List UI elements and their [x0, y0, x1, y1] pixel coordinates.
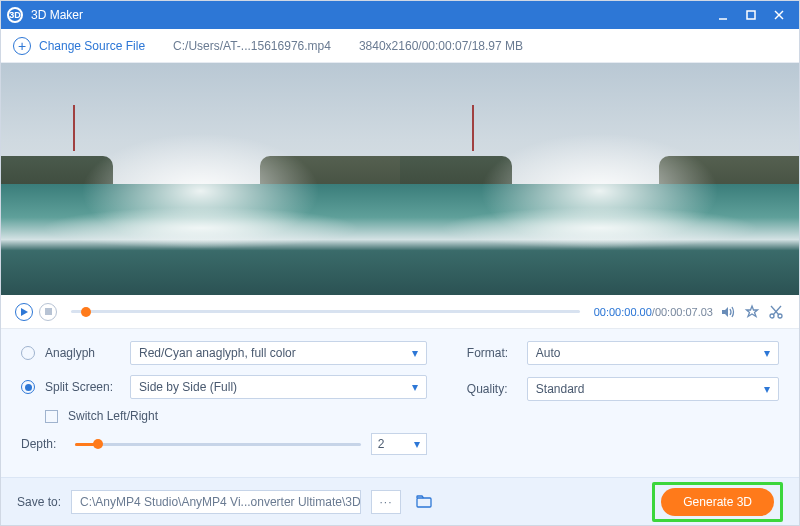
- svg-rect-11: [417, 498, 431, 507]
- anaglyph-value: Red/Cyan anaglyph, full color: [139, 346, 296, 360]
- anaglyph-radio[interactable]: [21, 346, 35, 360]
- depth-slider-knob[interactable]: [93, 439, 103, 449]
- open-folder-button[interactable]: [411, 490, 437, 514]
- timeline-slider[interactable]: [71, 310, 580, 313]
- browse-button[interactable]: ···: [371, 490, 401, 514]
- depth-value: 2: [378, 437, 385, 451]
- chevron-down-icon: ▾: [412, 380, 418, 394]
- timeline-knob[interactable]: [81, 307, 91, 317]
- cut-icon[interactable]: [767, 303, 785, 321]
- switch-lr-checkbox[interactable]: [45, 410, 58, 423]
- depth-value-select[interactable]: 2 ▾: [371, 433, 427, 455]
- minimize-button[interactable]: [709, 1, 737, 29]
- save-to-label: Save to:: [17, 495, 61, 509]
- play-button[interactable]: [15, 303, 33, 321]
- app-window: 3D 3D Maker + Change Source File C:/User…: [0, 0, 800, 526]
- quality-select[interactable]: Standard ▾: [527, 377, 779, 401]
- split-screen-select[interactable]: Side by Side (Full) ▾: [130, 375, 427, 399]
- save-bar: Save to: C:\AnyMP4 Studio\AnyMP4 Vi...on…: [1, 477, 799, 525]
- chevron-down-icon: ▾: [414, 437, 420, 451]
- generate-highlight: Generate 3D: [652, 482, 783, 522]
- change-source-label: Change Source File: [39, 39, 145, 53]
- time-current: 00:00:00.00: [594, 306, 652, 318]
- format-select[interactable]: Auto ▾: [527, 341, 779, 365]
- video-preview: [1, 63, 799, 295]
- generate-label: Generate 3D: [683, 495, 752, 509]
- app-icon: 3D: [7, 7, 23, 23]
- preview-left: [1, 63, 400, 295]
- titlebar: 3D 3D Maker: [1, 1, 799, 29]
- window-title: 3D Maker: [31, 8, 709, 22]
- source-bar: + Change Source File C:/Users/AT-...1561…: [1, 29, 799, 63]
- svg-rect-1: [747, 11, 755, 19]
- options-panel: Anaglyph Red/Cyan anaglyph, full color ▾…: [1, 329, 799, 477]
- split-screen-label: Split Screen:: [45, 380, 120, 394]
- depth-slider[interactable]: [75, 443, 361, 446]
- save-path-value: C:\AnyMP4 Studio\AnyMP4 Vi...onverter Ul…: [80, 495, 361, 509]
- chevron-down-icon: ▾: [764, 346, 770, 360]
- svg-marker-6: [722, 307, 728, 317]
- plus-icon: +: [13, 37, 31, 55]
- chevron-down-icon: ▾: [412, 346, 418, 360]
- format-label: Format:: [467, 346, 517, 360]
- svg-marker-4: [21, 308, 28, 316]
- source-path: C:/Users/AT-...15616976.mp4: [173, 39, 331, 53]
- chevron-down-icon: ▾: [764, 382, 770, 396]
- format-value: Auto: [536, 346, 561, 360]
- close-button[interactable]: [765, 1, 793, 29]
- anaglyph-select[interactable]: Red/Cyan anaglyph, full color ▾: [130, 341, 427, 365]
- generate-3d-button[interactable]: Generate 3D: [661, 488, 774, 516]
- stop-button[interactable]: [39, 303, 57, 321]
- save-path-field[interactable]: C:\AnyMP4 Studio\AnyMP4 Vi...onverter Ul…: [71, 490, 361, 514]
- split-screen-value: Side by Side (Full): [139, 380, 237, 394]
- depth-label: Depth:: [21, 437, 65, 451]
- change-source-button[interactable]: + Change Source File: [13, 37, 145, 55]
- anaglyph-label: Anaglyph: [45, 346, 120, 360]
- split-screen-radio[interactable]: [21, 380, 35, 394]
- time-duration: 00:00:07.03: [655, 306, 713, 318]
- source-meta: 3840x2160/00:00:07/18.97 MB: [359, 39, 523, 53]
- volume-icon[interactable]: [719, 303, 737, 321]
- timecode: 00:00:00.00/00:00:07.03: [594, 306, 713, 318]
- playback-controls: 00:00:00.00/00:00:07.03: [1, 295, 799, 329]
- maximize-button[interactable]: [737, 1, 765, 29]
- quality-value: Standard: [536, 382, 585, 396]
- snapshot-icon[interactable]: [743, 303, 761, 321]
- quality-label: Quality:: [467, 382, 517, 396]
- preview-right: [400, 63, 799, 295]
- switch-lr-label: Switch Left/Right: [68, 409, 158, 423]
- svg-rect-5: [45, 308, 52, 315]
